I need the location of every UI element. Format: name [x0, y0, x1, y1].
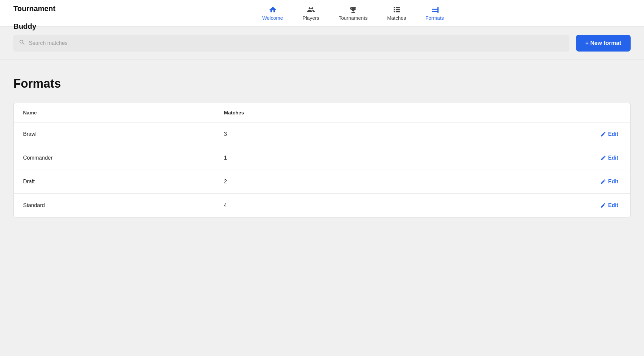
nav-item-welcome[interactable]: Welcome [254, 3, 291, 23]
main-content: Formats Name Matches Brawl 3 Edit Comman… [0, 60, 644, 234]
row-format-matches: 3 [224, 131, 324, 137]
edit-button[interactable]: Edit [597, 130, 621, 139]
table-row: Brawl 3 Edit [14, 122, 630, 146]
main-nav: Welcome Players Tournaments [75, 3, 631, 23]
nav-item-tournaments[interactable]: Tournaments [331, 3, 376, 23]
edit-button[interactable]: Edit [597, 177, 621, 186]
table-row: Commander 1 Edit [14, 146, 630, 170]
brand-logo: Tournament Buddy [13, 0, 55, 31]
col-header-name: Name [23, 110, 224, 115]
players-icon [307, 6, 315, 14]
search-wrapper [13, 35, 569, 52]
matches-icon [393, 6, 401, 14]
row-format-matches: 2 [224, 179, 324, 185]
search-input[interactable] [13, 35, 569, 52]
edit-icon [600, 155, 606, 161]
edit-button[interactable]: Edit [597, 201, 621, 210]
nav-label-formats: Formats [425, 15, 444, 21]
row-actions: Edit [324, 130, 621, 139]
edit-icon [600, 131, 606, 137]
row-format-matches: 4 [224, 202, 324, 208]
toolbar: + New format [0, 27, 644, 60]
row-format-name: Standard [23, 202, 224, 208]
row-actions: Edit [324, 177, 621, 186]
table-row: Draft 2 Edit [14, 170, 630, 194]
brand-line1: Tournament [13, 4, 55, 13]
nav-item-matches[interactable]: Matches [379, 3, 414, 23]
trophy-icon [349, 6, 357, 14]
page-title: Formats [13, 77, 631, 91]
table-header: Name Matches [14, 103, 630, 122]
row-format-name: Brawl [23, 131, 224, 137]
table-body: Brawl 3 Edit Commander 1 Edit [14, 122, 630, 217]
new-format-button[interactable]: + New format [576, 35, 631, 52]
home-icon [269, 6, 277, 14]
row-actions: Edit [324, 154, 621, 162]
nav-label-welcome: Welcome [262, 15, 283, 21]
search-icon [19, 39, 25, 48]
edit-button[interactable]: Edit [597, 154, 621, 162]
col-header-matches: Matches [224, 110, 324, 115]
row-format-name: Commander [23, 155, 224, 161]
brand-line2: Buddy [13, 22, 36, 30]
edit-icon [600, 179, 606, 185]
header: Tournament Buddy Welcome Players [0, 0, 644, 27]
nav-label-tournaments: Tournaments [339, 15, 368, 21]
row-actions: Edit [324, 201, 621, 210]
formats-icon [431, 6, 439, 14]
formats-table: Name Matches Brawl 3 Edit Commander 1 [13, 103, 631, 217]
nav-label-players: Players [303, 15, 319, 21]
nav-label-matches: Matches [387, 15, 406, 21]
nav-item-players[interactable]: Players [295, 3, 327, 23]
table-row: Standard 4 Edit [14, 194, 630, 217]
row-format-matches: 1 [224, 155, 324, 161]
nav-item-formats[interactable]: Formats [417, 3, 452, 23]
edit-icon [600, 202, 606, 208]
row-format-name: Draft [23, 179, 224, 185]
new-format-label: + New format [585, 40, 621, 47]
